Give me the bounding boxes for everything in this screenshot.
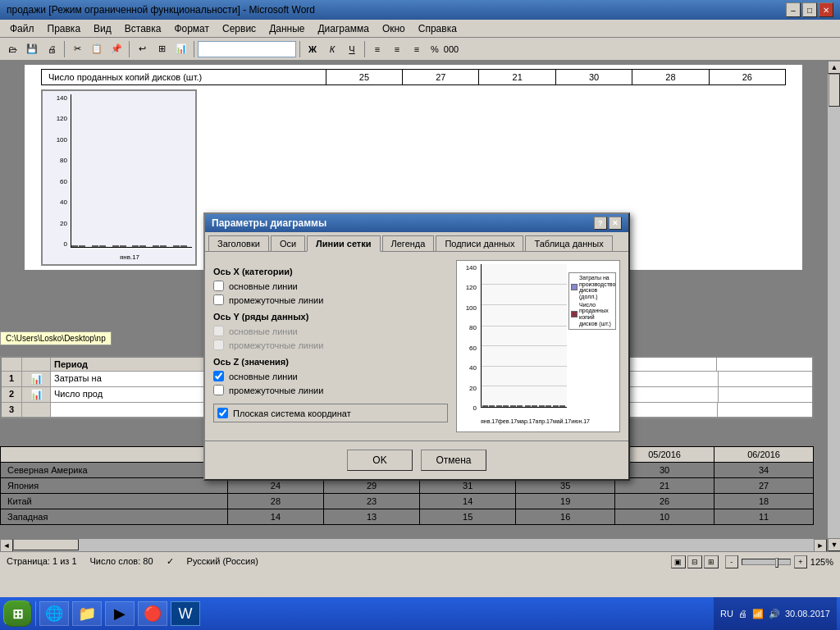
ds-d2-6[interactable] <box>719 387 812 402</box>
tc-v6: 26 <box>709 70 785 85</box>
ds-d3-5[interactable] <box>623 403 718 417</box>
menu-chart[interactable]: Диаграмма <box>311 21 375 36</box>
chart-preview-panel: 140120100806040200 <box>456 260 620 432</box>
row-west-label: Западная <box>1 509 228 525</box>
toolbar-btn-1[interactable]: 🗁 <box>3 40 21 58</box>
scroll-right-btn[interactable]: ► <box>814 539 827 551</box>
zoom-out-btn[interactable]: - <box>725 555 738 568</box>
toolbar-btn-paste[interactable]: 📌 <box>107 40 126 58</box>
ds-d1-6[interactable] <box>719 372 812 386</box>
bar-6b <box>180 245 187 247</box>
underline-button[interactable]: Ч <box>343 40 361 58</box>
row-west-v5: 10 <box>615 509 714 525</box>
axis-y-mid-checkbox[interactable] <box>213 340 224 350</box>
media-icon[interactable]: ▶ <box>105 601 135 626</box>
toolbar-btn-cut[interactable]: ✂ <box>68 40 86 58</box>
toolbar-btn-chart[interactable]: 📊 <box>172 40 190 58</box>
ok-button[interactable]: OK <box>347 450 413 471</box>
ie-icon[interactable]: 🌐 <box>39 601 69 626</box>
toolbar-btn-table[interactable]: ⊞ <box>153 40 171 58</box>
start-button[interactable]: ⊞ <box>3 600 32 627</box>
cancel-button[interactable]: Отмена <box>421 450 486 471</box>
view-web-btn[interactable]: ⊟ <box>687 555 702 568</box>
hscroll-thumb[interactable] <box>13 539 79 550</box>
view-normal-btn[interactable]: ▣ <box>671 555 686 568</box>
zoom-in-btn[interactable]: + <box>794 555 807 568</box>
top-table: Число проданных копий дисков (шт.) 25 27… <box>41 69 786 85</box>
dialog-help-btn[interactable]: ? <box>594 217 607 230</box>
bar-5a <box>153 245 159 247</box>
scroll-down-btn[interactable]: ▼ <box>828 538 840 551</box>
axis-z-main-checkbox[interactable] <box>213 371 224 381</box>
legend-color-2 <box>571 311 578 317</box>
horizontal-scrollbar[interactable]: ◄ ► <box>0 538 827 551</box>
axis-y-main-checkbox[interactable] <box>213 326 224 336</box>
scroll-left-btn[interactable]: ◄ <box>0 539 13 551</box>
tc-v2: 27 <box>403 70 479 85</box>
scroll-up-btn[interactable]: ▲ <box>828 61 840 74</box>
tab-axes[interactable]: Оси <box>271 235 305 251</box>
view-layout-btn[interactable]: ⊞ <box>704 555 719 568</box>
axis-x-mid-label: промежуточные линии <box>229 295 323 305</box>
menu-insert[interactable]: Вставка <box>118 21 168 36</box>
ds-d3-6[interactable] <box>718 403 812 417</box>
bold-button[interactable]: Ж <box>304 40 322 58</box>
flat-coords-checkbox[interactable] <box>217 408 228 418</box>
axis-z-mid-label: промежуточные линии <box>229 386 323 395</box>
tc-v3: 21 <box>479 70 555 85</box>
embedded-chart[interactable]: 140120100806040200 <box>41 89 197 266</box>
dialog-close-btn[interactable]: ✕ <box>609 217 622 230</box>
tray-freeoffice: 🖨 <box>738 609 747 619</box>
align-right-btn[interactable]: ≡ <box>408 40 426 58</box>
prev-b6b <box>559 405 565 407</box>
toolbar: 🗁 💾 🖨 ✂ 📋 📌 ↩ ⊞ 📊 Ж К Ч ≡ ≡ ≡ % 000 <box>0 38 840 61</box>
toolbar-btn-undo[interactable]: ↩ <box>133 40 151 58</box>
row-na-label: Северная Америка <box>1 463 228 478</box>
grid-line-1 <box>482 284 567 285</box>
tab-datalabels[interactable]: Подписи данных <box>436 235 523 251</box>
ds-d1-5[interactable] <box>624 372 719 386</box>
tab-headers[interactable]: Заголовки <box>208 235 269 251</box>
toolbar-btn-copy[interactable]: 📋 <box>88 40 106 58</box>
font-family-input[interactable] <box>198 41 296 57</box>
menu-format[interactable]: Формат <box>167 21 216 36</box>
menu-file[interactable]: Файл <box>3 21 41 36</box>
menu-help[interactable]: Справка <box>412 21 463 36</box>
toolbar-btn-3[interactable]: 🖨 <box>43 40 61 58</box>
italic-button[interactable]: К <box>323 40 341 58</box>
row-jp-label: Япония <box>1 478 228 494</box>
close-button[interactable]: ✕ <box>819 2 833 17</box>
zoom-slider-thumb[interactable] <box>775 558 778 568</box>
tab-legend[interactable]: Легенда <box>382 235 435 251</box>
minimize-button[interactable]: – <box>786 2 801 17</box>
axis-x-main-checkbox[interactable] <box>213 281 224 291</box>
word-taskbar-icon[interactable]: W <box>171 601 200 626</box>
axis-x-mid-checkbox[interactable] <box>213 294 224 305</box>
maximize-button[interactable]: □ <box>802 2 817 17</box>
menu-service[interactable]: Сервис <box>216 21 262 36</box>
chrome-icon[interactable]: 🔴 <box>138 601 167 626</box>
legend-item-2: Число проданных копий дисков (шт.) <box>571 302 614 327</box>
explorer-icon[interactable]: 📁 <box>72 601 102 626</box>
menu-view[interactable]: Вид <box>87 21 118 36</box>
grid-line-4 <box>482 345 567 346</box>
scroll-track[interactable] <box>828 74 840 538</box>
tab-gridlines[interactable]: Линии сетки <box>307 235 380 252</box>
axis-z-mid-checkbox[interactable] <box>213 385 224 395</box>
scroll-thumb[interactable] <box>829 74 840 107</box>
row-jp-v6: 27 <box>714 478 814 494</box>
tab-datatable[interactable]: Таблица данных <box>525 235 612 251</box>
zoom-slider[interactable] <box>742 559 791 565</box>
menu-data[interactable]: Данные <box>262 21 311 36</box>
right-scrollbar[interactable]: ▲ ▼ <box>827 61 840 551</box>
menu-window[interactable]: Окно <box>376 21 412 36</box>
ds-icon-2: 📊 <box>22 387 51 402</box>
menu-edit[interactable]: Правка <box>41 21 88 36</box>
bar-2a <box>92 245 98 247</box>
toolbar-btn-2[interactable]: 💾 <box>23 40 41 58</box>
ds-d2-5[interactable] <box>624 387 719 402</box>
align-left-btn[interactable]: ≡ <box>368 40 386 58</box>
align-center-btn[interactable]: ≡ <box>388 40 406 58</box>
hscroll-track[interactable] <box>13 539 814 551</box>
dialog-tabs: Заголовки Оси Линии сетки Легенда Подпис… <box>205 232 628 252</box>
